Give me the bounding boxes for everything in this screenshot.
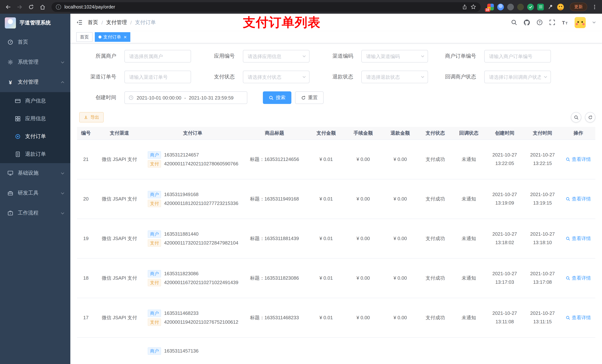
bookmark-star-icon[interactable] xyxy=(471,4,476,10)
create-time-cell: 2021-10-27 13:22:05 xyxy=(486,139,524,179)
breadcrumb-separator xyxy=(130,20,132,25)
create-time-range-input[interactable]: 2021-10-01 00:00:00 - 2021-10-31 23:59:5… xyxy=(124,91,247,104)
document-icon xyxy=(15,151,21,157)
extension-chat-icon[interactable] xyxy=(537,3,544,10)
sidebar-item-dev-tools[interactable]: 研发工具 xyxy=(0,183,70,203)
filter-channel-code: 渠道编码 xyxy=(316,50,428,62)
pay-time: 2021-10-27 13:19:15 xyxy=(530,192,555,206)
view-detail-label: 查看详情 xyxy=(572,196,591,202)
app-id-select[interactable] xyxy=(243,50,310,62)
logo-avatar xyxy=(5,17,16,29)
sidebar-item-label: 首页 xyxy=(18,39,64,45)
sidebar-menu: 首页 系统管理 ¥ 支付管理 商户信息 xyxy=(0,32,70,223)
search-button[interactable]: 搜索 xyxy=(263,91,291,104)
browser-profile-avatar[interactable] xyxy=(557,3,564,10)
notify-status: 未通知 xyxy=(462,315,476,320)
goods-title: 标题：1635311949168 xyxy=(250,196,299,201)
browser-menu-icon[interactable] xyxy=(591,4,598,10)
extension-gray-icon[interactable] xyxy=(507,3,514,10)
extensions-pin-icon[interactable] xyxy=(547,3,554,10)
filter-app-id: 应用编号 xyxy=(198,50,310,62)
channel-cell: 微信 JSAPI 支付 xyxy=(95,139,144,179)
chevron-down-icon xyxy=(61,191,64,194)
active-tab-dot xyxy=(98,35,101,39)
filter-row-3: 创建时间 2021-10-01 00:00:00 - 2021-10-31 23… xyxy=(77,91,595,104)
channel-name: 微信 JSAPI 支付 xyxy=(102,156,137,162)
pay-status-cell: 支付成功 xyxy=(419,258,452,298)
browser-update-button[interactable]: 更新 xyxy=(570,3,587,11)
reset-button[interactable]: 重置 xyxy=(295,91,323,104)
user-avatar[interactable] xyxy=(575,17,586,28)
back-icon[interactable] xyxy=(5,4,11,10)
toggle-search-button[interactable] xyxy=(571,112,581,123)
merchant-tag: 商户 xyxy=(148,151,161,158)
filter-row-1: 所属商户 应用编号 渠道编码 商户订单编号 xyxy=(77,50,595,62)
home-icon[interactable] xyxy=(40,4,45,10)
view-detail-link[interactable]: 查看详情 xyxy=(566,156,591,163)
merchant-input[interactable] xyxy=(124,50,191,62)
extension-check-icon[interactable] xyxy=(527,3,534,10)
export-button[interactable]: 导出 xyxy=(79,112,104,123)
sidebar-item-workflow[interactable]: 工作流程 xyxy=(0,203,70,223)
tab-pay-order[interactable]: 支付订单 xyxy=(95,32,130,42)
chevron-down-icon xyxy=(61,60,64,63)
merchant-order-no-input[interactable] xyxy=(484,50,551,62)
pay-tag: 支付 xyxy=(148,279,161,286)
channel-name: 微信 JSAPI 支付 xyxy=(102,275,137,281)
extension-drop-icon[interactable] xyxy=(497,3,504,10)
extension-badge: 10 xyxy=(485,8,490,12)
sidebar-item-pay-order[interactable]: 支付订单 xyxy=(0,128,70,145)
sidebar-item-refund-order[interactable]: 退款订单 xyxy=(0,145,70,163)
sidebar-item-merchant-info[interactable]: 商户信息 xyxy=(0,92,70,110)
site-info-icon[interactable]: i xyxy=(56,4,61,10)
order-id-cell: 20 xyxy=(77,179,95,219)
breadcrumb-separator xyxy=(101,20,103,25)
sidebar-toggle-icon[interactable] xyxy=(76,19,83,26)
view-detail-link[interactable]: 查看详情 xyxy=(566,235,591,242)
chevron-down-icon[interactable] xyxy=(592,21,596,24)
fee-amount: ¥ 0.00 xyxy=(356,236,370,241)
close-tab-icon[interactable] xyxy=(124,34,127,40)
sidebar-item-system[interactable]: 系统管理 xyxy=(0,52,70,72)
extension-grid-icon[interactable]: 10 xyxy=(487,3,494,10)
pay-status-select[interactable] xyxy=(243,71,310,83)
filter-channel-order-no: 渠道订单号 xyxy=(79,71,191,83)
screen: i localhost:1024/pay/order 10 更新 芋道管理系统 xyxy=(0,0,602,364)
column-header-create-time: 创建时间 xyxy=(486,127,524,139)
breadcrumb-home[interactable]: 首页 xyxy=(88,19,98,26)
sidebar-item-app-info[interactable]: 应用信息 xyxy=(0,110,70,128)
fullscreen-icon[interactable] xyxy=(549,19,555,26)
view-detail-link[interactable]: 查看详情 xyxy=(566,314,591,321)
merchant-order-no: 1635311823086 xyxy=(164,271,198,276)
sidebar-item-payment[interactable]: ¥ 支付管理 xyxy=(0,72,70,92)
refund-amount: ¥ 0.00 xyxy=(394,156,407,162)
extension-olive-icon[interactable] xyxy=(517,3,524,10)
font-size-icon[interactable]: TT xyxy=(562,20,568,25)
sidebar-item-infrastructure[interactable]: 基础设施 xyxy=(0,163,70,183)
merchant-order-no: 1635312124657 xyxy=(164,152,199,157)
tab-home[interactable]: 首页 xyxy=(76,32,93,42)
create-time: 2021-10-27 13:18:02 xyxy=(492,231,517,245)
help-icon[interactable]: ? xyxy=(537,19,543,26)
view-detail-link[interactable]: 查看详情 xyxy=(566,196,591,202)
share-icon[interactable] xyxy=(462,4,467,10)
channel-code-select[interactable] xyxy=(361,50,428,62)
notify-status-cell: 未通知 xyxy=(452,179,486,219)
address-bar[interactable]: i localhost:1024/pay/order xyxy=(52,2,481,12)
pay-amount: ¥ 0.01 xyxy=(320,236,333,241)
search-icon[interactable] xyxy=(511,19,517,26)
refund-status-select[interactable] xyxy=(361,71,428,83)
pay-order-cell: 商户 1635311823086 支付 42000011672021102710… xyxy=(144,258,241,298)
fee-amount: ¥ 0.00 xyxy=(356,275,370,281)
github-icon[interactable] xyxy=(524,19,530,26)
view-detail-link[interactable]: 查看详情 xyxy=(566,275,591,281)
chevron-down-icon xyxy=(420,54,425,58)
reload-icon[interactable] xyxy=(28,4,34,10)
forward-icon[interactable] xyxy=(17,4,22,10)
notify-status-select[interactable] xyxy=(484,71,551,83)
refresh-table-button[interactable] xyxy=(585,112,595,123)
sidebar-item-home[interactable]: 首页 xyxy=(0,32,70,52)
breadcrumb-pay-manage[interactable]: 支付管理 xyxy=(106,19,127,26)
channel-order-no-input[interactable] xyxy=(124,71,191,83)
filter-label: 应用编号 xyxy=(198,53,235,60)
